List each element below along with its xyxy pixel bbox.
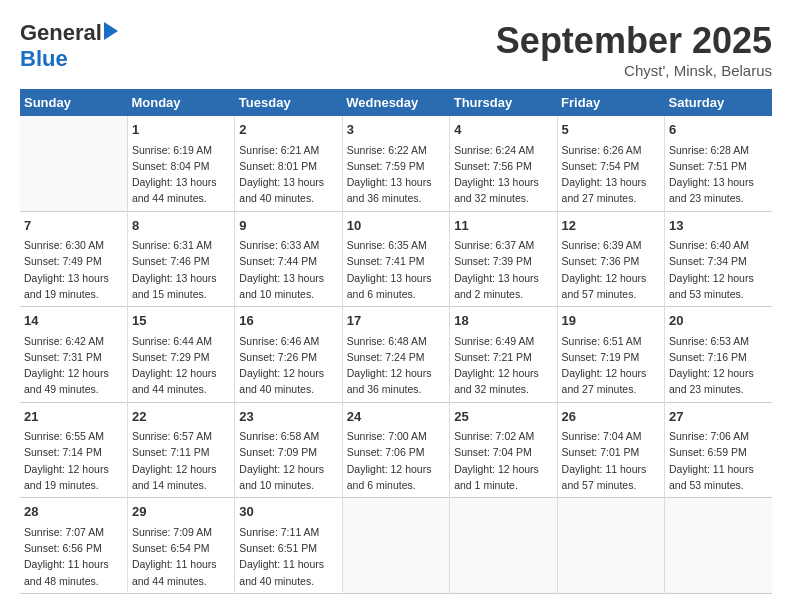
day-number: 25 (454, 407, 552, 427)
logo: General Blue (20, 20, 118, 72)
day-info: Sunrise: 6:35 AM Sunset: 7:41 PM Dayligh… (347, 237, 445, 302)
day-cell: 29Sunrise: 7:09 AM Sunset: 6:54 PM Dayli… (127, 498, 234, 594)
day-number: 17 (347, 311, 445, 331)
day-number: 4 (454, 120, 552, 140)
day-number: 24 (347, 407, 445, 427)
day-info: Sunrise: 6:19 AM Sunset: 8:04 PM Dayligh… (132, 142, 230, 207)
day-cell: 21Sunrise: 6:55 AM Sunset: 7:14 PM Dayli… (20, 402, 127, 498)
day-number: 20 (669, 311, 768, 331)
day-number: 14 (24, 311, 123, 331)
day-cell: 10Sunrise: 6:35 AM Sunset: 7:41 PM Dayli… (342, 211, 449, 307)
day-info: Sunrise: 6:42 AM Sunset: 7:31 PM Dayligh… (24, 333, 123, 398)
day-cell: 13Sunrise: 6:40 AM Sunset: 7:34 PM Dayli… (665, 211, 772, 307)
day-cell: 30Sunrise: 7:11 AM Sunset: 6:51 PM Dayli… (235, 498, 342, 594)
day-number: 13 (669, 216, 768, 236)
day-info: Sunrise: 7:11 AM Sunset: 6:51 PM Dayligh… (239, 524, 337, 589)
day-number: 30 (239, 502, 337, 522)
day-cell: 16Sunrise: 6:46 AM Sunset: 7:26 PM Dayli… (235, 307, 342, 403)
day-cell: 1Sunrise: 6:19 AM Sunset: 8:04 PM Daylig… (127, 116, 234, 211)
day-cell: 14Sunrise: 6:42 AM Sunset: 7:31 PM Dayli… (20, 307, 127, 403)
day-cell: 5Sunrise: 6:26 AM Sunset: 7:54 PM Daylig… (557, 116, 664, 211)
day-info: Sunrise: 6:30 AM Sunset: 7:49 PM Dayligh… (24, 237, 123, 302)
day-info: Sunrise: 6:55 AM Sunset: 7:14 PM Dayligh… (24, 428, 123, 493)
weekday-header-friday: Friday (557, 89, 664, 116)
day-info: Sunrise: 7:07 AM Sunset: 6:56 PM Dayligh… (24, 524, 123, 589)
day-number: 8 (132, 216, 230, 236)
weekday-header-thursday: Thursday (450, 89, 557, 116)
day-cell: 4Sunrise: 6:24 AM Sunset: 7:56 PM Daylig… (450, 116, 557, 211)
day-number: 26 (562, 407, 660, 427)
logo-general-text: General (20, 20, 102, 46)
day-number: 28 (24, 502, 123, 522)
day-number: 16 (239, 311, 337, 331)
day-cell: 23Sunrise: 6:58 AM Sunset: 7:09 PM Dayli… (235, 402, 342, 498)
day-info: Sunrise: 6:48 AM Sunset: 7:24 PM Dayligh… (347, 333, 445, 398)
page-header: General Blue September 2025 Chyst', Mins… (20, 20, 772, 79)
weekday-header-row: SundayMondayTuesdayWednesdayThursdayFrid… (20, 89, 772, 116)
week-row-3: 14Sunrise: 6:42 AM Sunset: 7:31 PM Dayli… (20, 307, 772, 403)
day-number: 10 (347, 216, 445, 236)
week-row-5: 28Sunrise: 7:07 AM Sunset: 6:56 PM Dayli… (20, 498, 772, 594)
month-title: September 2025 (496, 20, 772, 62)
day-info: Sunrise: 6:57 AM Sunset: 7:11 PM Dayligh… (132, 428, 230, 493)
day-cell (342, 498, 449, 594)
day-number: 18 (454, 311, 552, 331)
day-info: Sunrise: 6:33 AM Sunset: 7:44 PM Dayligh… (239, 237, 337, 302)
day-info: Sunrise: 6:51 AM Sunset: 7:19 PM Dayligh… (562, 333, 660, 398)
day-number: 15 (132, 311, 230, 331)
day-number: 7 (24, 216, 123, 236)
weekday-header-saturday: Saturday (665, 89, 772, 116)
weekday-header-monday: Monday (127, 89, 234, 116)
day-cell: 28Sunrise: 7:07 AM Sunset: 6:56 PM Dayli… (20, 498, 127, 594)
day-cell: 20Sunrise: 6:53 AM Sunset: 7:16 PM Dayli… (665, 307, 772, 403)
weekday-header-sunday: Sunday (20, 89, 127, 116)
day-number: 12 (562, 216, 660, 236)
day-cell: 17Sunrise: 6:48 AM Sunset: 7:24 PM Dayli… (342, 307, 449, 403)
day-cell: 3Sunrise: 6:22 AM Sunset: 7:59 PM Daylig… (342, 116, 449, 211)
day-number: 23 (239, 407, 337, 427)
day-number: 5 (562, 120, 660, 140)
day-number: 21 (24, 407, 123, 427)
week-row-1: 1Sunrise: 6:19 AM Sunset: 8:04 PM Daylig… (20, 116, 772, 211)
day-info: Sunrise: 6:24 AM Sunset: 7:56 PM Dayligh… (454, 142, 552, 207)
day-cell: 11Sunrise: 6:37 AM Sunset: 7:39 PM Dayli… (450, 211, 557, 307)
day-cell (450, 498, 557, 594)
day-cell: 18Sunrise: 6:49 AM Sunset: 7:21 PM Dayli… (450, 307, 557, 403)
week-row-2: 7Sunrise: 6:30 AM Sunset: 7:49 PM Daylig… (20, 211, 772, 307)
day-info: Sunrise: 7:09 AM Sunset: 6:54 PM Dayligh… (132, 524, 230, 589)
day-number: 3 (347, 120, 445, 140)
day-number: 11 (454, 216, 552, 236)
day-cell: 6Sunrise: 6:28 AM Sunset: 7:51 PM Daylig… (665, 116, 772, 211)
day-number: 6 (669, 120, 768, 140)
day-cell: 27Sunrise: 7:06 AM Sunset: 6:59 PM Dayli… (665, 402, 772, 498)
day-cell: 22Sunrise: 6:57 AM Sunset: 7:11 PM Dayli… (127, 402, 234, 498)
day-info: Sunrise: 6:46 AM Sunset: 7:26 PM Dayligh… (239, 333, 337, 398)
weekday-header-tuesday: Tuesday (235, 89, 342, 116)
day-info: Sunrise: 7:02 AM Sunset: 7:04 PM Dayligh… (454, 428, 552, 493)
day-cell (557, 498, 664, 594)
day-info: Sunrise: 6:26 AM Sunset: 7:54 PM Dayligh… (562, 142, 660, 207)
day-number: 2 (239, 120, 337, 140)
day-number: 22 (132, 407, 230, 427)
day-info: Sunrise: 6:49 AM Sunset: 7:21 PM Dayligh… (454, 333, 552, 398)
day-number: 1 (132, 120, 230, 140)
day-info: Sunrise: 6:31 AM Sunset: 7:46 PM Dayligh… (132, 237, 230, 302)
logo-blue-text: Blue (20, 46, 68, 72)
day-cell: 2Sunrise: 6:21 AM Sunset: 8:01 PM Daylig… (235, 116, 342, 211)
day-info: Sunrise: 6:37 AM Sunset: 7:39 PM Dayligh… (454, 237, 552, 302)
day-cell: 12Sunrise: 6:39 AM Sunset: 7:36 PM Dayli… (557, 211, 664, 307)
day-info: Sunrise: 6:44 AM Sunset: 7:29 PM Dayligh… (132, 333, 230, 398)
day-info: Sunrise: 6:22 AM Sunset: 7:59 PM Dayligh… (347, 142, 445, 207)
day-cell: 19Sunrise: 6:51 AM Sunset: 7:19 PM Dayli… (557, 307, 664, 403)
day-info: Sunrise: 6:58 AM Sunset: 7:09 PM Dayligh… (239, 428, 337, 493)
weekday-header-wednesday: Wednesday (342, 89, 449, 116)
day-number: 19 (562, 311, 660, 331)
day-info: Sunrise: 6:28 AM Sunset: 7:51 PM Dayligh… (669, 142, 768, 207)
location-subtitle: Chyst', Minsk, Belarus (496, 62, 772, 79)
day-number: 27 (669, 407, 768, 427)
day-info: Sunrise: 6:39 AM Sunset: 7:36 PM Dayligh… (562, 237, 660, 302)
day-number: 9 (239, 216, 337, 236)
logo-arrow-icon (104, 22, 118, 40)
day-cell (20, 116, 127, 211)
week-row-4: 21Sunrise: 6:55 AM Sunset: 7:14 PM Dayli… (20, 402, 772, 498)
